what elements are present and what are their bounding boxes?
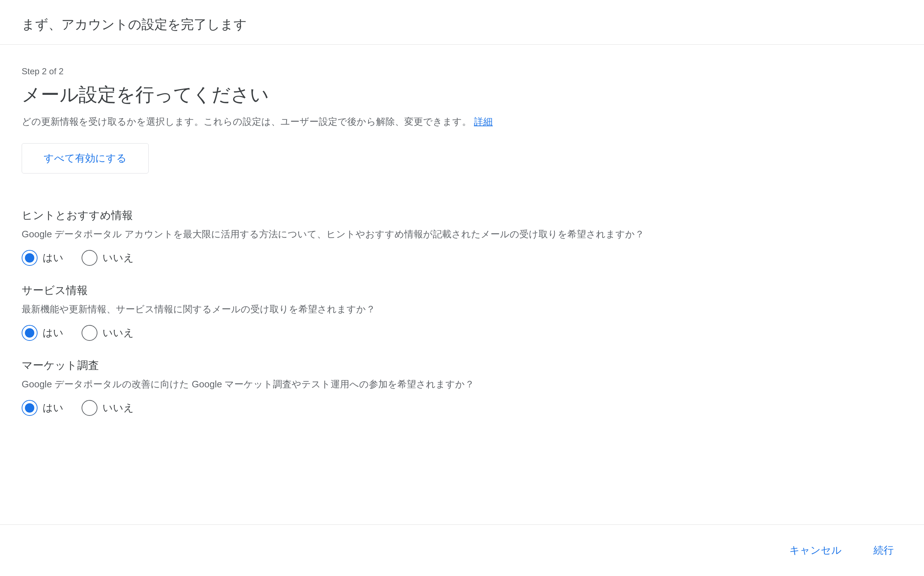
hints-yes-radio[interactable]	[22, 250, 37, 266]
market-section-name: マーケット調査	[22, 358, 902, 373]
hints-yes-option[interactable]: はい	[22, 250, 64, 266]
service-section-desc: 最新機能や更新情報、サービス情報に関するメールの受け取りを希望されますか？	[22, 302, 902, 316]
service-section-name: サービス情報	[22, 283, 902, 298]
service-no-option[interactable]: いいえ	[82, 325, 134, 341]
section-market: マーケット調査 Google データポータルの改善に向けた Google マーケ…	[22, 358, 902, 416]
section-hints: ヒントとおすすめ情報 Google データポータル アカウントを最大限に活用する…	[22, 208, 902, 266]
market-no-label: いいえ	[103, 401, 134, 415]
hints-no-label: いいえ	[103, 251, 134, 265]
section-title: メール設定を行ってください	[22, 82, 902, 107]
service-no-label: いいえ	[103, 326, 134, 340]
footer: キャンセル 続行	[0, 525, 924, 576]
market-yes-option[interactable]: はい	[22, 400, 64, 416]
step-description: どの更新情報を受け取るかを選択します。これらの設定は、ユーザー設定で後から解除、…	[22, 115, 902, 129]
cancel-button[interactable]: キャンセル	[781, 538, 850, 563]
market-no-radio[interactable]	[82, 400, 98, 416]
hints-no-radio[interactable]	[82, 250, 98, 266]
hints-yes-label: はい	[43, 251, 64, 265]
hints-no-option[interactable]: いいえ	[82, 250, 134, 266]
market-radio-group: はい いいえ	[22, 400, 902, 416]
hints-section-desc: Google データポータル アカウントを最大限に活用する方法について、ヒントや…	[22, 227, 902, 241]
service-yes-option[interactable]: はい	[22, 325, 64, 341]
step-description-text: どの更新情報を受け取るかを選択します。これらの設定は、ユーザー設定で後から解除、…	[22, 116, 472, 127]
step-label: Step 2 of 2	[22, 66, 902, 77]
page-title: まず、アカウントの設定を完了します	[22, 16, 902, 34]
service-radio-group: はい いいえ	[22, 325, 902, 341]
hints-radio-group: はい いいえ	[22, 250, 902, 266]
top-header: まず、アカウントの設定を完了します	[0, 0, 924, 45]
hints-section-name: ヒントとおすすめ情報	[22, 208, 902, 223]
market-yes-label: はい	[43, 401, 64, 415]
detail-link[interactable]: 詳細	[474, 116, 492, 127]
continue-button[interactable]: 続行	[865, 538, 902, 563]
main-content: Step 2 of 2 メール設定を行ってください どの更新情報を受け取るかを選…	[0, 45, 924, 525]
market-section-desc: Google データポータルの改善に向けた Google マーケット調査やテスト…	[22, 377, 902, 391]
market-yes-radio[interactable]	[22, 400, 37, 416]
service-no-radio[interactable]	[82, 325, 98, 341]
service-yes-radio[interactable]	[22, 325, 37, 341]
section-service: サービス情報 最新機能や更新情報、サービス情報に関するメールの受け取りを希望され…	[22, 283, 902, 341]
service-yes-label: はい	[43, 326, 64, 340]
enable-all-button[interactable]: すべて有効にする	[22, 143, 149, 173]
page-wrapper: まず、アカウントの設定を完了します Step 2 of 2 メール設定を行ってく…	[0, 0, 924, 576]
market-no-option[interactable]: いいえ	[82, 400, 134, 416]
